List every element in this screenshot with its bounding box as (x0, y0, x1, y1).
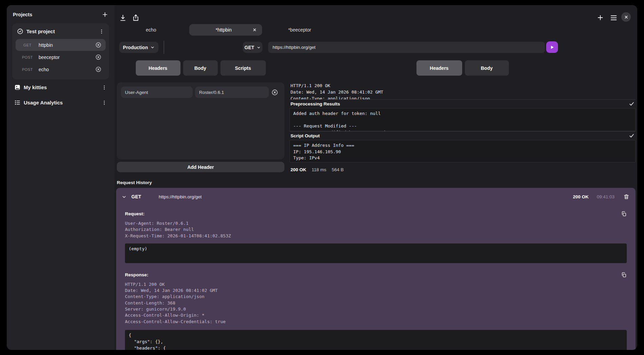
tab-response-body[interactable]: Body (465, 60, 509, 76)
app-window: Projects Test project GET httpbin (7, 5, 637, 350)
project-name: Test project (26, 28, 96, 34)
copy-icon[interactable] (621, 272, 627, 278)
request-block-header: Request: (125, 211, 627, 217)
tab-beeceptor[interactable]: *beeceptor (278, 24, 322, 36)
request-editor-panel: Headers Body Scripts Add Header (117, 60, 284, 172)
environment-label: Production (123, 45, 148, 50)
history-response-body: { "args": {}, "headers": { (125, 330, 627, 350)
check-icon (629, 133, 635, 139)
history-entry-body: Request: User-Agent: Roster/0.6.1 Author… (116, 211, 636, 350)
remove-request-icon[interactable] (95, 54, 102, 60)
script-output-title: Script Output (291, 133, 320, 138)
list-icon (14, 99, 21, 106)
remove-request-icon[interactable] (95, 66, 102, 73)
request-label: Request: (125, 211, 145, 216)
response-panel: Headers Body HTTP/1.1 200 OK Date: Wed, … (289, 60, 636, 172)
project-header[interactable]: Test project (16, 27, 106, 39)
tab-headers[interactable]: Headers (136, 60, 180, 76)
tab-scripts[interactable]: Scripts (220, 60, 266, 76)
tab-httpbin-active[interactable]: *httpbin (189, 24, 262, 36)
preprocessing-output: Added auth header for token: null --- Re… (289, 108, 636, 131)
history-url: https://httpbin.org/get (159, 194, 569, 199)
tab-body[interactable]: Body (183, 60, 218, 76)
send-button[interactable] (546, 41, 558, 53)
header-key-input[interactable] (121, 86, 193, 98)
share-upload-icon[interactable] (132, 14, 139, 21)
circle-check-icon (17, 28, 23, 35)
collection-name: My kitties (24, 84, 99, 90)
tab-label: echo (146, 27, 156, 33)
tab-label: *beeceptor (288, 27, 311, 33)
header-row (121, 86, 280, 98)
history-request-headers: User-Agent: Roster/0.6.1 Authorization: … (125, 220, 627, 239)
add-project-icon[interactable] (102, 11, 108, 18)
close-tab-icon[interactable] (253, 28, 257, 32)
script-output-log: === IP Address Info === IP: 195.146.105.… (289, 140, 636, 162)
response-headers-text: HTTP/1.1 200 OK Date: Wed, 14 Jan 2026 0… (289, 80, 636, 99)
environment-dropdown[interactable]: Production (119, 42, 158, 53)
project-group: Test project GET httpbin POST beeceptor (12, 23, 109, 79)
method-label: GET (244, 45, 254, 50)
headers-editor (117, 82, 284, 159)
sidebar: Projects Test project GET httpbin (7, 5, 114, 350)
response-block-header: Response: (125, 272, 627, 278)
sidebar-item-usage-analytics[interactable]: Usage Analytics (12, 95, 109, 110)
history-entry-card: GET https://httpbin.org/get 200 OK 09:41… (116, 188, 636, 350)
method-dropdown[interactable]: GET (243, 42, 262, 53)
history-status: 200 OK (573, 194, 589, 199)
kebab-menu-icon[interactable] (102, 100, 107, 105)
method-badge: POST (20, 67, 35, 72)
preprocessing-title: Preprocessing Results (291, 101, 340, 106)
play-icon (550, 45, 555, 50)
request-name: echo (39, 67, 95, 72)
copy-icon[interactable] (621, 211, 627, 217)
history-entry-header[interactable]: GET https://httpbin.org/get 200 OK 09:41… (116, 188, 636, 205)
history-request-body: (empty) (125, 243, 627, 263)
close-window-icon[interactable] (621, 12, 631, 22)
status-duration: 118 ms (312, 167, 326, 172)
response-label: Response: (125, 272, 148, 277)
preprocessing-section-header: Preprocessing Results (289, 99, 636, 108)
tab-echo[interactable]: echo (131, 24, 171, 36)
tab-response-headers[interactable]: Headers (416, 60, 462, 76)
kebab-menu-icon[interactable] (102, 85, 107, 90)
add-header-button[interactable]: Add Header (117, 162, 284, 172)
history-timestamp: 09:41:03 (597, 194, 615, 199)
request-name: httpbin (39, 42, 95, 48)
header-value-input[interactable] (195, 86, 269, 98)
status-code: 200 OK (291, 167, 306, 172)
status-size: 564 B (332, 167, 344, 172)
remove-request-icon[interactable] (95, 42, 102, 48)
chevron-down-icon (150, 45, 155, 50)
collection-name: Usage Analytics (24, 100, 99, 105)
script-output-section-header: Script Output (289, 131, 636, 140)
sidebar-item-beeceptor[interactable]: POST beeceptor (16, 51, 106, 63)
editor-tabs: Headers Body Scripts (117, 60, 284, 76)
chevron-down-icon[interactable] (122, 194, 127, 199)
trash-icon[interactable] (623, 194, 629, 200)
check-icon (629, 101, 635, 107)
image-icon (14, 84, 21, 91)
request-history-title: Request History (116, 180, 636, 185)
menu-hamburger-icon[interactable] (610, 15, 617, 21)
toolbar-divider (164, 41, 164, 54)
tab-label: *httpbin (195, 27, 253, 33)
sidebar-item-my-kitties[interactable]: My kitties (12, 80, 109, 95)
response-tabs: Headers Body (289, 60, 636, 76)
chevron-down-icon (257, 45, 261, 50)
sidebar-item-echo[interactable]: POST echo (16, 63, 106, 75)
remove-header-icon[interactable] (271, 89, 278, 96)
sidebar-header: Projects (12, 11, 109, 19)
kebab-menu-icon[interactable] (99, 29, 104, 34)
url-input[interactable] (268, 42, 545, 53)
method-badge: GET (20, 43, 35, 47)
sidebar-item-httpbin[interactable]: GET httpbin (16, 39, 106, 51)
new-tab-icon[interactable] (597, 14, 604, 21)
request-history-section: Request History GET https://httpbin.org/… (116, 180, 636, 350)
projects-title: Projects (13, 12, 32, 17)
history-method: GET (131, 194, 141, 199)
method-badge: POST (20, 55, 35, 59)
import-download-icon[interactable] (119, 14, 127, 22)
history-response-headers: HTTP/1.1 200 OK Date: Wed, 14 Jan 2026 0… (125, 281, 627, 325)
response-status-bar: 200 OK 118 ms 564 B (289, 167, 636, 172)
